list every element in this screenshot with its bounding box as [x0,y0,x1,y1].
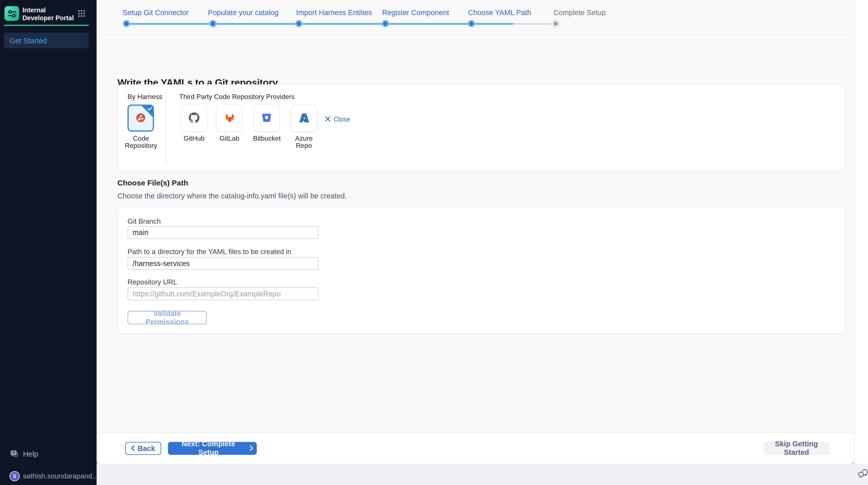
connector-card: By Harness [117,84,845,171]
step-dot-register-component[interactable] [383,22,388,26]
azure-repo-icon [299,113,309,123]
chevron-right-icon [249,446,253,451]
back-button[interactable]: Back [125,442,161,455]
page-bottom-strip [97,464,868,485]
app-title: Internal Developer Portal [23,6,76,22]
tile-caption-bitbucket[interactable]: Bitbucket [252,135,281,143]
avatar: S [9,471,20,481]
third-party-label: Third Party Code Repository Providers [179,93,294,101]
page-content: Write the YAMLs to a Git repository You … [97,35,854,432]
scrollbar-gutter[interactable] [854,0,868,464]
gitlab-icon [224,113,235,123]
harness-idp-logo-icon [4,6,19,21]
chevron-left-icon [131,446,135,451]
wizard-stepper: Setup Git Connector Populate your catalo… [97,0,854,35]
app-switcher-grid-icon[interactable] [78,9,85,18]
git-branch-label: Git Branch [128,218,161,225]
close-connector-picker-button[interactable]: Close [325,116,350,122]
connector-tile-bitbucket[interactable] [253,105,280,131]
step-label-choose-yaml-path[interactable]: Choose YAML Path [468,8,531,17]
path-form-card: Git Branch Path to a directory for the Y… [117,207,845,334]
wizard-footer: Back Next: Complete Setup Skip Getting S… [97,432,854,464]
stepper-track-remaining [514,23,556,24]
tile-caption-code-repository[interactable]: Code Repository [124,135,158,150]
tile-caption-azure-repo[interactable]: Azure Repo [286,135,321,150]
yaml-path-input[interactable] [128,257,319,269]
git-branch-input[interactable] [128,226,319,239]
user-email: sathish.soundarapand... [23,472,98,480]
step-dot-import-harness-entities[interactable] [297,22,301,26]
step-label-register-component[interactable]: Register Component [382,8,449,17]
step-label-import-harness-entities[interactable]: Import Harness Entities [296,8,372,17]
repository-url-label: Repository URL [128,278,177,286]
app-root: Internal Developer Portal Get Started ? [0,0,868,485]
choose-files-path-description: Choose the directory where the catalog-i… [117,192,347,200]
close-icon [325,117,330,122]
step-label-setup-git-connector[interactable]: Setup Git Connector [123,8,189,17]
stepper-track-complete [126,23,514,24]
connector-tile-github[interactable] [181,105,207,131]
bitbucket-icon [261,113,272,123]
choose-files-path-heading: Choose File(s) Path [117,179,188,188]
sidebar-item-label: Get Started [9,36,47,45]
by-harness-label: By Harness [128,93,162,101]
help-label: Help [23,450,38,458]
github-icon [189,113,199,123]
step-dot-populate-your-catalog[interactable] [210,22,215,26]
check-icon [147,106,152,111]
column-divider [165,91,166,164]
close-label: Close [334,116,350,122]
app-logo-row: Internal Developer Portal [4,6,76,22]
help-button[interactable]: ? Help [10,450,38,458]
yaml-path-label: Path to a directory for the YAML files t… [128,248,291,256]
next-complete-setup-button[interactable]: Next: Complete Setup [168,442,256,455]
validate-permissions-button[interactable]: Validate Permissions [128,311,207,324]
back-label: Back [137,444,155,453]
help-icon: ? [10,450,19,458]
tile-caption-github[interactable]: GitHub [181,135,207,143]
connector-tile-gitlab[interactable] [216,105,243,131]
user-profile-button[interactable]: S sathish.soundarapand... [9,471,98,481]
next-label: Next: Complete Setup [171,440,246,457]
sidebar-accent-divider [4,25,89,26]
step-dot-choose-yaml-path[interactable] [469,22,473,26]
svg-text:?: ? [12,451,15,455]
sidebar: Internal Developer Portal Get Started ? [0,0,97,485]
connector-tile-azure-repo[interactable] [291,105,317,131]
main-panel: Setup Git Connector Populate your catalo… [97,0,854,464]
repository-url-input[interactable] [128,287,319,300]
step-dot-complete-setup [553,22,558,26]
connector-tile-code-repository[interactable] [128,105,154,131]
step-label-populate-your-catalog[interactable]: Populate your catalog [208,8,279,17]
step-dot-setup-git-connector[interactable] [124,22,129,26]
skip-getting-started-button[interactable]: Skip Getting Started [764,442,829,455]
step-label-complete-setup: Complete Setup [553,8,606,17]
selected-check-ribbon [141,105,153,117]
sidebar-item-get-started[interactable]: Get Started [4,33,89,49]
chat-feedback-icon[interactable] [858,468,868,479]
tile-caption-gitlab[interactable]: GitLab [216,135,243,143]
